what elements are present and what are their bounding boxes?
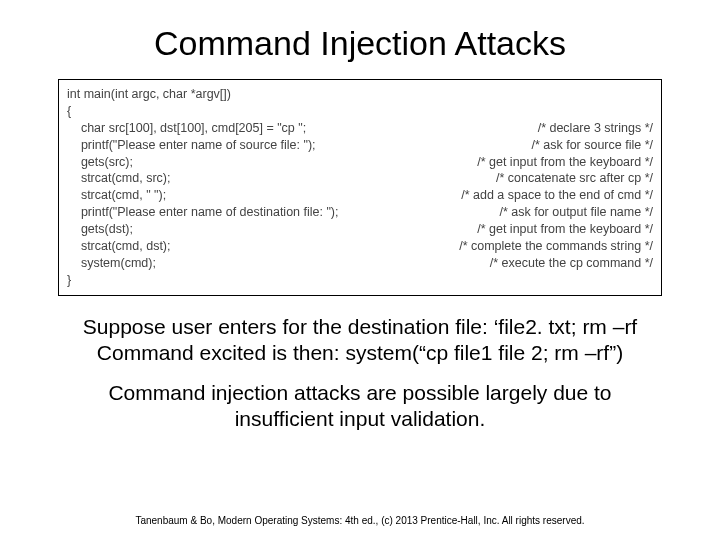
code-figure: int main(int argc, char *argv[]){ char s… xyxy=(58,79,662,296)
code-line: gets(dst);/* get input from the keyboard… xyxy=(67,221,653,238)
code-comment: /* ask for output file name */ xyxy=(499,204,653,221)
code-comment: /* get input from the keyboard */ xyxy=(477,221,653,238)
code-text: printf("Please enter name of source file… xyxy=(67,137,316,154)
code-text: strcat(cmd, " "); xyxy=(67,187,166,204)
code-comment: /* complete the commands string */ xyxy=(459,238,653,255)
body-paragraph-1: Suppose user enters for the destination … xyxy=(50,314,670,367)
code-line: system(cmd);/* execute the cp command */ xyxy=(67,255,653,272)
code-line: printf("Please enter name of source file… xyxy=(67,137,653,154)
slide-title: Command Injection Attacks xyxy=(0,24,720,63)
body-line: insufficient input validation. xyxy=(235,407,486,430)
code-comment: /* ask for source file */ xyxy=(531,137,653,154)
code-text: strcat(cmd, src); xyxy=(67,170,170,187)
code-text: strcat(cmd, dst); xyxy=(67,238,171,255)
code-line: printf("Please enter name of destination… xyxy=(67,204,653,221)
code-text: } xyxy=(67,272,71,289)
code-line: int main(int argc, char *argv[]) xyxy=(67,86,653,103)
code-text: system(cmd); xyxy=(67,255,156,272)
code-line: char src[100], dst[100], cmd[205] = "cp … xyxy=(67,120,653,137)
body-line: Command injection attacks are possible l… xyxy=(108,381,611,404)
body-line: Command excited is then: system(“cp file… xyxy=(97,341,623,364)
code-line: gets(src);/* get input from the keyboard… xyxy=(67,154,653,171)
code-line: } xyxy=(67,272,653,289)
code-line: strcat(cmd, " ");/* add a space to the e… xyxy=(67,187,653,204)
code-comment: /* get input from the keyboard */ xyxy=(477,154,653,171)
code-comment: /* execute the cp command */ xyxy=(490,255,653,272)
code-comment: /* concatenate src after cp */ xyxy=(496,170,653,187)
code-text: { xyxy=(67,103,71,120)
code-comment: /* declare 3 strings */ xyxy=(538,120,653,137)
code-line: { xyxy=(67,103,653,120)
body-line: Suppose user enters for the destination … xyxy=(83,315,637,338)
code-text: printf("Please enter name of destination… xyxy=(67,204,339,221)
code-line: strcat(cmd, dst);/* complete the command… xyxy=(67,238,653,255)
code-comment: /* add a space to the end of cmd */ xyxy=(461,187,653,204)
code-text: int main(int argc, char *argv[]) xyxy=(67,86,231,103)
code-text: gets(dst); xyxy=(67,221,133,238)
footer-citation: Tanenbaum & Bo, Modern Operating Systems… xyxy=(0,515,720,526)
code-text: gets(src); xyxy=(67,154,133,171)
code-line: strcat(cmd, src);/* concatenate src afte… xyxy=(67,170,653,187)
body-paragraph-2: Command injection attacks are possible l… xyxy=(50,380,670,433)
code-text: char src[100], dst[100], cmd[205] = "cp … xyxy=(67,120,306,137)
